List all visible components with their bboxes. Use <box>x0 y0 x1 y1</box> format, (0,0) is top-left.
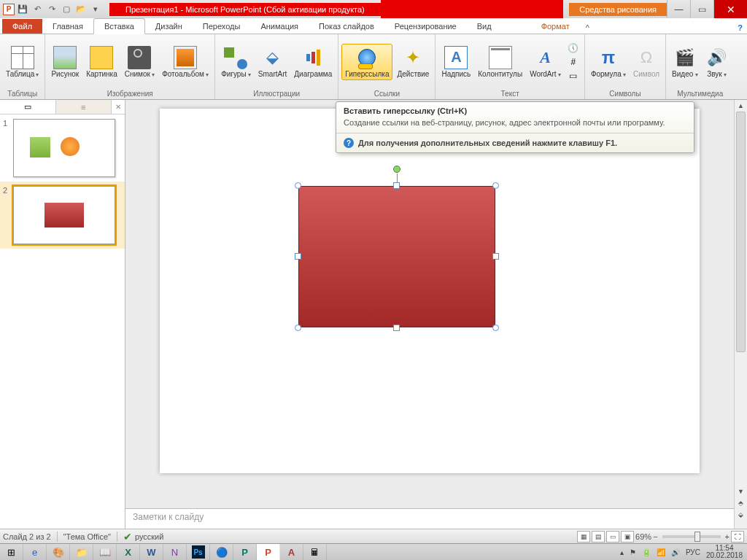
access-button[interactable]: A <box>280 544 303 560</box>
chrome-button[interactable]: 🔵 <box>210 544 233 560</box>
tab-transitions[interactable]: Переходы <box>193 19 251 34</box>
explorer-button[interactable]: 📁 <box>70 544 93 560</box>
next-slide-icon[interactable]: ⬙ <box>735 509 747 520</box>
tab-insert[interactable]: Вставка <box>93 18 145 34</box>
calc-button[interactable]: 🖩 <box>303 544 327 560</box>
zoom-in-button[interactable]: + <box>725 532 729 541</box>
powerpoint-taskbar-button[interactable]: P <box>257 544 280 560</box>
screenshot-button[interactable]: Снимок <box>122 44 158 79</box>
object-button[interactable]: ▭ <box>565 69 581 82</box>
datetime-button[interactable]: 🕔 <box>565 42 581 55</box>
resize-handle-n[interactable] <box>393 182 400 189</box>
excel-button[interactable]: X <box>117 544 140 560</box>
vertical-scrollbar[interactable]: ▲ ▼ ⬘ ⬙ <box>734 100 747 529</box>
resize-handle-sw[interactable] <box>295 324 301 331</box>
slide-thumb-2[interactable]: 2 <box>0 182 125 249</box>
resize-handle-w[interactable] <box>295 253 301 260</box>
tray-flag-icon[interactable]: ⚑ <box>630 548 636 556</box>
scrollbar-thumb[interactable] <box>736 112 746 352</box>
save-icon[interactable]: 💾 <box>16 3 29 16</box>
equation-button[interactable]: πФормула <box>588 44 629 79</box>
tray-volume-icon[interactable]: 🔊 <box>671 548 680 556</box>
language-indicator[interactable]: русский <box>135 532 163 541</box>
picture-button[interactable]: Рисунок <box>48 44 82 79</box>
normal-view-button[interactable]: ▦ <box>577 531 590 542</box>
zoom-out-button[interactable]: − <box>653 532 657 541</box>
notes-pane[interactable]: Заметки к слайду <box>125 508 734 529</box>
prev-slide-icon[interactable]: ⬘ <box>735 497 747 508</box>
paint-button[interactable]: 🎨 <box>47 544 70 560</box>
tray-battery-icon[interactable]: 🔋 <box>642 548 651 556</box>
slidepanel-close-icon[interactable]: ✕ <box>112 100 125 114</box>
table-button[interactable]: Таблица <box>3 44 42 79</box>
tab-slideshow[interactable]: Показ слайдов <box>309 19 384 34</box>
ribbon-minimize-icon[interactable]: ^ <box>580 22 595 34</box>
help-icon[interactable]: ? <box>733 22 747 34</box>
tab-review[interactable]: Рецензирование <box>384 19 467 34</box>
reader-button[interactable]: 📖 <box>93 544 117 560</box>
qat-customize-icon[interactable]: ▾ <box>89 3 102 16</box>
scroll-down-icon[interactable]: ▼ <box>735 486 747 497</box>
resize-handle-s[interactable] <box>393 324 400 331</box>
resize-handle-se[interactable] <box>492 324 499 331</box>
slidenumber-button[interactable]: # <box>565 55 581 69</box>
photoalbum-button[interactable]: Фотоальбом <box>159 44 212 79</box>
maximize-button[interactable]: ▭ <box>690 0 713 18</box>
redo-icon[interactable]: ↷ <box>45 3 58 16</box>
canvas-area[interactable] <box>125 100 734 508</box>
slideshow-view-button[interactable]: ▣ <box>621 531 634 542</box>
sorter-view-button[interactable]: ▤ <box>592 531 605 542</box>
resize-handle-nw[interactable] <box>295 182 301 189</box>
video-button[interactable]: 🎬Видео <box>669 44 700 79</box>
tab-home[interactable]: Главная <box>42 19 93 34</box>
reading-view-button[interactable]: ▭ <box>606 531 619 542</box>
clipart-button[interactable]: Картинка <box>83 44 120 79</box>
resize-handle-ne[interactable] <box>492 182 499 189</box>
tray-network-icon[interactable]: 📶 <box>657 548 665 556</box>
spellcheck-icon[interactable]: ✔ <box>123 531 132 542</box>
tab-design[interactable]: Дизайн <box>145 19 193 34</box>
tab-format[interactable]: Формат <box>531 19 580 34</box>
zoom-thumb[interactable] <box>694 532 700 542</box>
selected-shape[interactable] <box>298 186 495 327</box>
word-button[interactable]: W <box>140 544 163 560</box>
powerpoint-icon[interactable]: P <box>3 4 15 15</box>
publisher-button[interactable]: P <box>233 544 257 560</box>
slides-tab[interactable]: ▭ <box>0 100 56 114</box>
tray-chevron-icon[interactable]: ▴ <box>620 548 624 556</box>
chart-button[interactable]: Диаграмма <box>291 44 335 79</box>
undo-icon[interactable]: ↶ <box>31 3 44 16</box>
hyperlink-button[interactable]: Гиперссылка <box>341 44 392 80</box>
tab-view[interactable]: Вид <box>467 19 502 34</box>
tab-animation[interactable]: Анимация <box>250 19 309 34</box>
start-button[interactable]: ⊞ <box>0 544 23 560</box>
tray-language[interactable]: РУС <box>686 548 700 556</box>
shapes-button[interactable]: Фигуры <box>218 44 254 79</box>
onenote-button[interactable]: N <box>163 544 187 560</box>
fit-window-button[interactable]: ⛶ <box>731 531 744 542</box>
action-button[interactable]: ✦Действие <box>394 44 432 79</box>
audio-button[interactable]: 🔊Звук <box>703 44 732 79</box>
ie-button[interactable]: e <box>23 544 47 560</box>
zoom-level[interactable]: 69% <box>635 532 651 541</box>
close-button[interactable]: ✕ <box>713 0 747 18</box>
open-icon[interactable]: 📂 <box>74 3 88 16</box>
slide-thumb-1[interactable]: 1 <box>0 114 125 182</box>
shapes-icon <box>224 46 247 69</box>
zoom-slider[interactable] <box>662 535 721 538</box>
new-icon[interactable]: ▢ <box>60 3 73 16</box>
textbox-button[interactable]: AНадпись <box>438 44 473 79</box>
resize-handle-e[interactable] <box>492 253 499 260</box>
tray-clock[interactable]: 11:54 20.02.2018 <box>706 545 743 559</box>
slide-canvas[interactable] <box>160 109 700 473</box>
headerfooter-button[interactable]: Колонтитулы <box>475 44 525 79</box>
tab-file[interactable]: Файл <box>2 19 42 34</box>
rectangle-shape[interactable] <box>298 186 495 327</box>
wordart-button[interactable]: AWordArt <box>527 44 564 79</box>
outline-tab[interactable]: ≡ <box>56 100 112 114</box>
photoshop-button[interactable]: Ps <box>187 544 210 560</box>
minimize-button[interactable]: — <box>667 0 690 18</box>
scroll-up-icon[interactable]: ▲ <box>735 100 747 111</box>
rotate-handle[interactable] <box>393 166 400 173</box>
smartart-button[interactable]: ⬙SmartArt <box>255 44 290 79</box>
